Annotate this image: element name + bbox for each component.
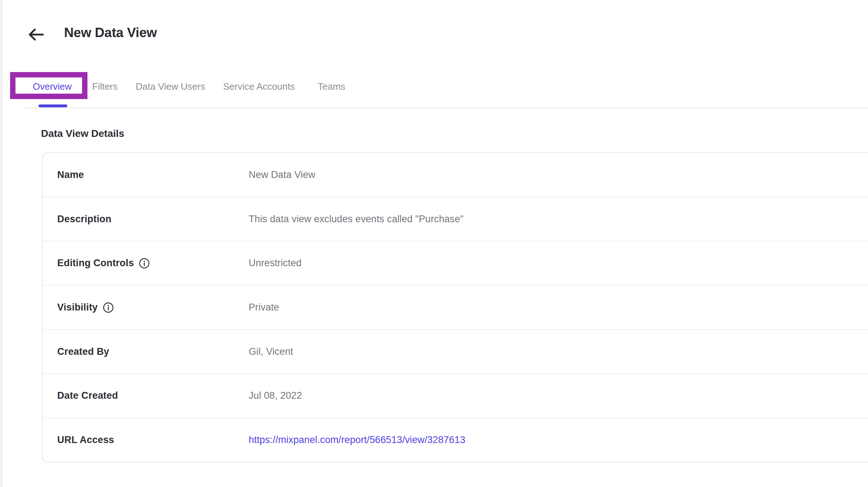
detail-row-date-created: Date Created Jul 08, 2022 <box>43 374 868 418</box>
data-view-settings-page: New Data View Overview Filters Data View… <box>0 0 868 487</box>
row-label: Visibility <box>57 302 98 313</box>
detail-row-description: Description This data view excludes even… <box>43 197 868 241</box>
tab-filters[interactable]: Filters <box>92 81 118 92</box>
row-label: Date Created <box>57 390 118 401</box>
info-icon[interactable] <box>139 258 150 269</box>
panel-left-edge <box>0 0 2 487</box>
row-value: Private <box>249 302 279 313</box>
data-view-details-card: Name New Data View Description This data… <box>42 152 868 463</box>
row-value: Jul 08, 2022 <box>249 390 302 401</box>
row-value: Unrestricted <box>249 258 302 269</box>
back-button[interactable] <box>25 24 47 45</box>
row-label: Editing Controls <box>57 258 134 269</box>
url-access-link[interactable]: https://mixpanel.com/report/566513/view/… <box>249 434 465 446</box>
row-label: Created By <box>57 346 109 357</box>
row-value: Gil, Vicent <box>249 346 293 357</box>
row-value: New Data View <box>249 169 315 180</box>
detail-row-visibility: Visibility Private <box>43 285 868 329</box>
page-title: New Data View <box>64 25 157 40</box>
tab-teams[interactable]: Teams <box>318 81 345 92</box>
row-label: Name <box>57 169 84 180</box>
active-tab-indicator <box>39 104 67 107</box>
row-label: URL Access <box>57 434 114 446</box>
row-label: Description <box>57 214 112 225</box>
detail-row-name: Name New Data View <box>43 153 868 197</box>
tabbar-bottom-border <box>24 108 868 108</box>
tab-data-view-users[interactable]: Data View Users <box>136 81 205 92</box>
detail-row-editing-controls: Editing Controls Unrestricted <box>43 241 868 285</box>
left-arrow-icon <box>28 28 44 41</box>
detail-row-created-by: Created By Gil, Vicent <box>43 329 868 374</box>
section-heading: Data View Details <box>41 128 124 139</box>
tab-overview[interactable]: Overview <box>33 81 72 92</box>
tab-service-accounts[interactable]: Service Accounts <box>223 81 295 92</box>
detail-row-url-access: URL Access https://mixpanel.com/report/5… <box>43 417 868 462</box>
row-value: This data view excludes events called "P… <box>249 214 464 225</box>
info-icon[interactable] <box>103 302 114 313</box>
